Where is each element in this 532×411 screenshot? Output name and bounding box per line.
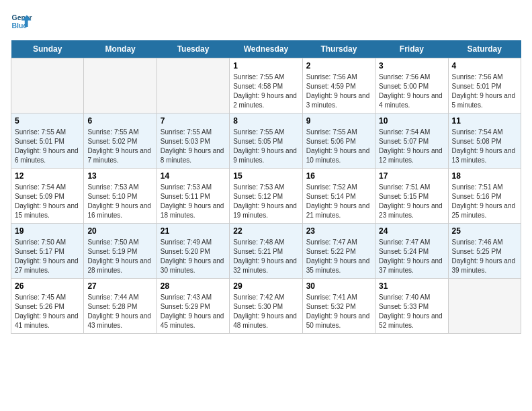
calendar-cell: 24Sunrise: 7:47 AM Sunset: 5:24 PM Dayli… (375, 224, 448, 279)
logo-icon: General Blue (11, 11, 32, 32)
day-number: 24 (379, 226, 444, 236)
calendar-week-row: 1Sunrise: 7:55 AM Sunset: 4:58 PM Daylig… (11, 58, 521, 113)
weekday-header: Saturday (448, 40, 521, 58)
day-info: Sunrise: 7:53 AM Sunset: 5:10 PM Dayligh… (87, 183, 152, 220)
day-number: 31 (379, 281, 444, 291)
calendar-cell: 3Sunrise: 7:56 AM Sunset: 5:00 PM Daylig… (375, 58, 448, 113)
calendar-cell: 13Sunrise: 7:53 AM Sunset: 5:10 PM Dayli… (84, 169, 157, 224)
day-info: Sunrise: 7:53 AM Sunset: 5:12 PM Dayligh… (233, 183, 298, 220)
calendar-week-row: 19Sunrise: 7:50 AM Sunset: 5:17 PM Dayli… (11, 224, 521, 279)
day-number: 21 (161, 226, 226, 236)
calendar-cell: 2Sunrise: 7:56 AM Sunset: 4:59 PM Daylig… (302, 58, 375, 113)
calendar-cell: 14Sunrise: 7:53 AM Sunset: 5:11 PM Dayli… (157, 169, 229, 224)
calendar-cell: 9Sunrise: 7:55 AM Sunset: 5:06 PM Daylig… (302, 113, 375, 169)
day-number: 17 (379, 171, 444, 181)
calendar-cell: 19Sunrise: 7:50 AM Sunset: 5:17 PM Dayli… (11, 224, 84, 279)
calendar-cell: 28Sunrise: 7:43 AM Sunset: 5:29 PM Dayli… (157, 279, 229, 334)
day-info: Sunrise: 7:43 AM Sunset: 5:29 PM Dayligh… (161, 293, 226, 330)
calendar-cell (157, 58, 229, 113)
calendar-cell: 11Sunrise: 7:54 AM Sunset: 5:08 PM Dayli… (448, 113, 521, 169)
day-info: Sunrise: 7:45 AM Sunset: 5:26 PM Dayligh… (15, 293, 80, 330)
day-info: Sunrise: 7:46 AM Sunset: 5:25 PM Dayligh… (452, 238, 517, 275)
calendar-cell: 18Sunrise: 7:51 AM Sunset: 5:16 PM Dayli… (448, 169, 521, 224)
calendar-cell: 25Sunrise: 7:46 AM Sunset: 5:25 PM Dayli… (448, 224, 521, 279)
day-info: Sunrise: 7:51 AM Sunset: 5:15 PM Dayligh… (379, 183, 444, 220)
calendar-cell: 6Sunrise: 7:55 AM Sunset: 5:02 PM Daylig… (84, 113, 157, 169)
calendar-cell (84, 58, 157, 113)
day-info: Sunrise: 7:42 AM Sunset: 5:30 PM Dayligh… (233, 293, 298, 330)
day-number: 11 (452, 116, 517, 126)
day-number: 20 (87, 226, 152, 236)
day-info: Sunrise: 7:47 AM Sunset: 5:24 PM Dayligh… (379, 238, 444, 275)
day-info: Sunrise: 7:40 AM Sunset: 5:33 PM Dayligh… (379, 293, 444, 330)
day-number: 7 (161, 116, 226, 126)
day-number: 5 (15, 116, 80, 126)
calendar-cell: 15Sunrise: 7:53 AM Sunset: 5:12 PM Dayli… (230, 169, 302, 224)
calendar-cell (448, 279, 521, 334)
day-info: Sunrise: 7:55 AM Sunset: 5:02 PM Dayligh… (87, 128, 152, 165)
calendar-cell: 17Sunrise: 7:51 AM Sunset: 5:15 PM Dayli… (375, 169, 448, 224)
weekday-header: Sunday (11, 40, 84, 58)
calendar-cell: 1Sunrise: 7:55 AM Sunset: 4:58 PM Daylig… (230, 58, 302, 113)
calendar-cell: 10Sunrise: 7:54 AM Sunset: 5:07 PM Dayli… (375, 113, 448, 169)
day-number: 25 (452, 226, 517, 236)
header-row: SundayMondayTuesdayWednesdayThursdayFrid… (11, 40, 521, 58)
calendar-cell: 21Sunrise: 7:49 AM Sunset: 5:20 PM Dayli… (157, 224, 229, 279)
calendar-week-row: 5Sunrise: 7:55 AM Sunset: 5:01 PM Daylig… (11, 113, 521, 169)
day-number: 15 (233, 171, 298, 181)
day-number: 13 (87, 171, 152, 181)
day-number: 12 (15, 171, 80, 181)
calendar-cell: 16Sunrise: 7:52 AM Sunset: 5:14 PM Dayli… (302, 169, 375, 224)
day-info: Sunrise: 7:49 AM Sunset: 5:20 PM Dayligh… (161, 238, 226, 275)
day-info: Sunrise: 7:56 AM Sunset: 5:01 PM Dayligh… (452, 73, 517, 110)
weekday-header: Friday (375, 40, 448, 58)
day-info: Sunrise: 7:48 AM Sunset: 5:21 PM Dayligh… (233, 238, 298, 275)
logo: General Blue (11, 11, 32, 32)
day-info: Sunrise: 7:55 AM Sunset: 5:05 PM Dayligh… (233, 128, 298, 165)
calendar-cell: 30Sunrise: 7:41 AM Sunset: 5:32 PM Dayli… (302, 279, 375, 334)
calendar-cell: 31Sunrise: 7:40 AM Sunset: 5:33 PM Dayli… (375, 279, 448, 334)
day-info: Sunrise: 7:41 AM Sunset: 5:32 PM Dayligh… (306, 293, 371, 330)
calendar-table: SundayMondayTuesdayWednesdayThursdayFrid… (11, 40, 521, 334)
day-number: 19 (15, 226, 80, 236)
weekday-header: Tuesday (157, 40, 229, 58)
day-number: 22 (233, 226, 298, 236)
day-number: 26 (15, 281, 80, 291)
day-number: 6 (87, 116, 152, 126)
day-info: Sunrise: 7:47 AM Sunset: 5:22 PM Dayligh… (306, 238, 371, 275)
day-number: 28 (161, 281, 226, 291)
calendar-cell: 4Sunrise: 7:56 AM Sunset: 5:01 PM Daylig… (448, 58, 521, 113)
day-number: 16 (306, 171, 371, 181)
day-number: 18 (452, 171, 517, 181)
day-info: Sunrise: 7:51 AM Sunset: 5:16 PM Dayligh… (452, 183, 517, 220)
calendar-cell: 5Sunrise: 7:55 AM Sunset: 5:01 PM Daylig… (11, 113, 84, 169)
weekday-header: Thursday (302, 40, 375, 58)
day-info: Sunrise: 7:53 AM Sunset: 5:11 PM Dayligh… (161, 183, 226, 220)
calendar-week-row: 12Sunrise: 7:54 AM Sunset: 5:09 PM Dayli… (11, 169, 521, 224)
calendar-cell: 12Sunrise: 7:54 AM Sunset: 5:09 PM Dayli… (11, 169, 84, 224)
day-info: Sunrise: 7:54 AM Sunset: 5:08 PM Dayligh… (452, 128, 517, 165)
weekday-header: Monday (84, 40, 157, 58)
day-number: 8 (233, 116, 298, 126)
day-info: Sunrise: 7:55 AM Sunset: 4:58 PM Dayligh… (233, 73, 298, 110)
day-number: 4 (452, 61, 517, 71)
day-number: 1 (233, 61, 298, 71)
calendar-cell: 29Sunrise: 7:42 AM Sunset: 5:30 PM Dayli… (230, 279, 302, 334)
day-info: Sunrise: 7:56 AM Sunset: 5:00 PM Dayligh… (379, 73, 444, 110)
day-info: Sunrise: 7:55 AM Sunset: 5:03 PM Dayligh… (161, 128, 226, 165)
day-number: 14 (161, 171, 226, 181)
calendar-cell: 22Sunrise: 7:48 AM Sunset: 5:21 PM Dayli… (230, 224, 302, 279)
day-number: 2 (306, 61, 371, 71)
day-number: 10 (379, 116, 444, 126)
day-info: Sunrise: 7:55 AM Sunset: 5:01 PM Dayligh… (15, 128, 80, 165)
calendar-cell: 26Sunrise: 7:45 AM Sunset: 5:26 PM Dayli… (11, 279, 84, 334)
day-info: Sunrise: 7:54 AM Sunset: 5:07 PM Dayligh… (379, 128, 444, 165)
day-number: 23 (306, 226, 371, 236)
page-header: General Blue (11, 11, 521, 32)
weekday-header: Wednesday (230, 40, 302, 58)
day-number: 3 (379, 61, 444, 71)
day-number: 30 (306, 281, 371, 291)
calendar-cell (11, 58, 84, 113)
day-info: Sunrise: 7:55 AM Sunset: 5:06 PM Dayligh… (306, 128, 371, 165)
calendar-cell: 23Sunrise: 7:47 AM Sunset: 5:22 PM Dayli… (302, 224, 375, 279)
